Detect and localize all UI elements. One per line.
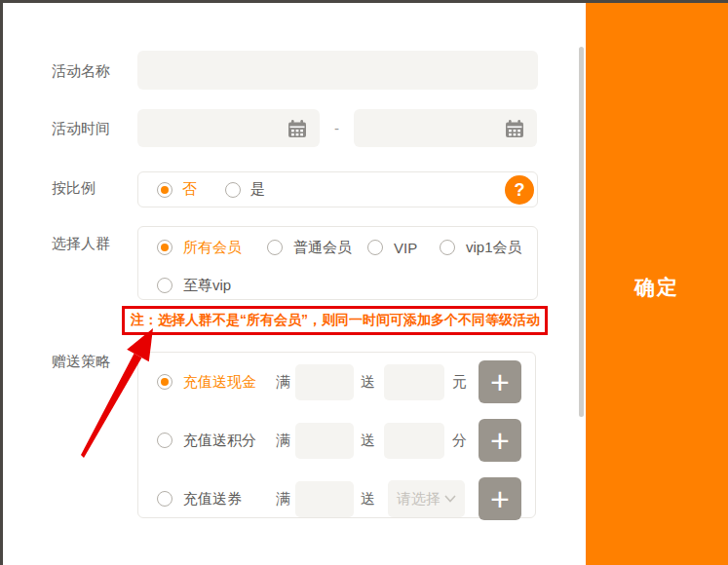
end-date-input[interactable] [354,109,537,147]
confirm-button[interactable]: 确定 [586,258,728,317]
unit-points: 分 [452,432,467,450]
annotation-highlight-box: 注：选择人群不是“所有会员”，则同一时间可添加多个不同等级活动 [122,306,548,335]
by-ratio-label: 按比例 [52,179,139,197]
strategy-group: 充值送现金 满 送 元 + 充值送积分 满 送 分 + 充值送券 满 送 请选择 [137,352,536,518]
gift-prefix: 送 [361,490,375,508]
activity-time-row: - [137,109,538,147]
date-range-separator: - [320,120,354,136]
add-cash-rule-button[interactable]: + [479,360,521,403]
radio-ratio-no[interactable] [157,182,172,198]
gift-prefix: 送 [361,373,375,392]
strategy-row-coupon: 充值送券 满 送 请选择 + [138,477,535,520]
audience-note: 注：选择人群不是“所有会员”，则同一时间可添加多个不同等级活动 [131,312,540,329]
radio-audience-vip1[interactable]: vip1会员 [440,238,522,257]
radio-ratio-yes-label[interactable]: 是 [250,180,265,199]
activity-name-input[interactable] [137,51,538,90]
by-ratio-group: 否 是 ? [137,171,538,207]
radio-ratio-no-label[interactable]: 否 [182,180,197,199]
calendar-icon [504,118,525,139]
radio-audience-vip-label: VIP [394,240,417,256]
add-coupon-rule-button[interactable]: + [479,477,521,520]
radio-audience-all[interactable]: 所有会员 [157,238,242,257]
strategy-row-cash-label[interactable]: 充值送现金 [183,373,269,392]
coupon-select-placeholder: 请选择 [397,490,441,508]
activity-name-label: 活动名称 [52,62,139,80]
threshold-prefix: 满 [276,432,290,450]
strategy-row-coupon-label[interactable]: 充值送券 [183,490,269,508]
radio-audience-normal[interactable]: 普通会员 [267,238,352,257]
audience-group: 所有会员 普通会员 VIP vip1会员 至尊vip [137,226,538,300]
radio-recharge-points[interactable] [157,433,172,448]
radio-audience-all-label: 所有会员 [183,239,242,257]
help-icon[interactable]: ? [505,175,534,205]
coupon-threshold-input[interactable] [295,481,354,517]
radio-audience-vip1-label: vip1会员 [466,239,522,257]
radio-audience-vip[interactable]: VIP [367,238,417,257]
radio-audience-normal-label: 普通会员 [293,239,352,257]
cash-threshold-input[interactable] [295,364,354,400]
calendar-icon [287,118,308,139]
radio-circle[interactable] [267,240,283,255]
window-border-left [0,0,3,565]
radio-circle[interactable] [367,240,383,255]
audience-label: 选择人群 [52,235,139,252]
radio-circle[interactable] [157,240,172,255]
radio-audience-supreme-vip[interactable]: 至尊vip [157,276,231,295]
radio-ratio-yes[interactable] [225,182,241,198]
confirm-panel: 确定 [586,3,728,565]
threshold-prefix: 满 [276,373,290,392]
scrollbar-thumb[interactable] [579,47,584,417]
radio-circle[interactable] [157,278,172,293]
points-threshold-input[interactable] [295,423,354,459]
add-points-rule-button[interactable]: + [479,419,521,462]
radio-recharge-coupon[interactable] [157,491,172,507]
strategy-label: 赠送策略 [52,353,139,370]
strategy-row-points-label[interactable]: 充值送积分 [183,432,269,450]
coupon-select[interactable]: 请选择 [388,480,465,517]
radio-recharge-cash[interactable] [157,374,172,390]
cash-gift-input[interactable] [384,364,444,400]
activity-time-label: 活动时间 [52,120,139,137]
unit-yuan: 元 [452,373,467,392]
recharge-activity-dialog: 活动名称 活动时间 按比例 选择人群 赠送策略 - [0,0,728,565]
gift-prefix: 送 [361,432,375,450]
strategy-row-points: 充值送积分 满 送 分 + [138,419,535,462]
points-gift-input[interactable] [384,423,444,459]
strategy-row-cash: 充值送现金 满 送 元 + [138,360,535,403]
chevron-down-icon [444,495,456,503]
threshold-prefix: 满 [276,490,290,508]
radio-circle[interactable] [440,240,455,255]
start-date-input[interactable] [137,109,320,147]
radio-audience-supreme-vip-label: 至尊vip [183,277,231,295]
